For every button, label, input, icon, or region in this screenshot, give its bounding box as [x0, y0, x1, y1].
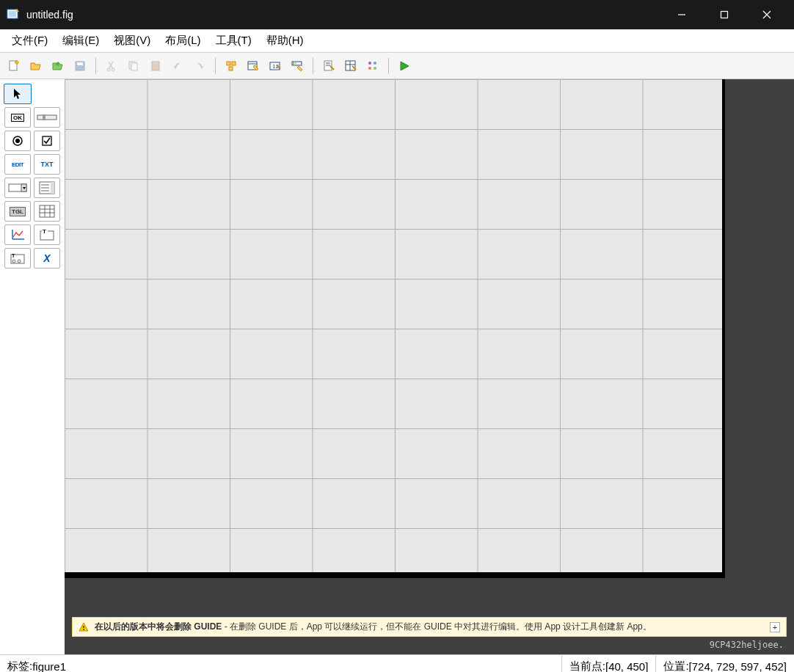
window-title: untitled.fig	[26, 9, 660, 21]
svg-rect-17	[232, 62, 236, 65]
menu-view[interactable]: 视图(V)	[106, 31, 158, 51]
menu-layout[interactable]: 布局(L)	[158, 31, 208, 51]
pushbutton-tool[interactable]: OK	[4, 107, 31, 128]
svg-point-39	[15, 139, 20, 143]
toolbar-editor-button[interactable]	[288, 56, 307, 76]
menu-tools[interactable]: 工具(T)	[208, 31, 259, 51]
cut-button	[102, 56, 121, 76]
layout-grid[interactable]	[65, 79, 725, 578]
watermark: 9CP432heljoee.	[710, 640, 784, 650]
buttongroup-tool[interactable]: T	[4, 248, 31, 269]
status-position: 位置: [724, 729, 597, 452]	[656, 655, 794, 672]
checkbox-tool[interactable]	[34, 131, 60, 151]
radiobutton-tool[interactable]	[4, 131, 31, 151]
minimize-button[interactable]	[660, 0, 703, 29]
panel-tool[interactable]: T	[34, 224, 60, 245]
maximize-button[interactable]	[703, 0, 746, 29]
popupmenu-tool[interactable]	[4, 178, 31, 198]
close-button[interactable]	[746, 0, 788, 29]
toolbar-separator	[215, 58, 216, 74]
component-palette: OK EDIT TXT TGL T T X	[0, 79, 65, 654]
svg-rect-47	[51, 182, 54, 194]
svg-text:T: T	[12, 253, 15, 258]
axes-tool[interactable]	[4, 224, 31, 245]
canvas-area[interactable]: 在以后的版本中将会删除 GUIDE - 在删除 GUIDE 后，App 可以继续…	[65, 79, 794, 654]
run-button[interactable]	[395, 56, 414, 76]
paste-button	[146, 56, 165, 76]
redo-button	[190, 56, 209, 76]
table-tool[interactable]	[34, 201, 60, 222]
toolbar-separator	[313, 58, 313, 74]
svg-point-63	[83, 629, 84, 630]
svg-point-33	[374, 62, 376, 65]
svg-rect-9	[77, 62, 83, 65]
menubar: 文件(F) 编辑(E) 视图(V) 布局(L) 工具(T) 帮助(H)	[0, 29, 794, 53]
svg-point-34	[368, 67, 371, 70]
svg-rect-3	[721, 12, 728, 18]
object-browser-button[interactable]	[363, 56, 382, 76]
svg-rect-13	[131, 63, 137, 70]
align-button[interactable]	[222, 56, 241, 76]
workspace: OK EDIT TXT TGL T T X	[0, 79, 794, 654]
menu-help[interactable]: 帮助(H)	[259, 31, 311, 51]
deprecation-warning: 在以后的版本中将会删除 GUIDE - 在删除 GUIDE 后，App 可以继续…	[72, 617, 787, 637]
select-tool[interactable]	[4, 84, 32, 104]
toolbar: 12	[0, 53, 794, 79]
undo-button	[168, 56, 187, 76]
new-button[interactable]	[4, 56, 23, 76]
toolbar-separator	[95, 58, 96, 74]
svg-point-32	[368, 62, 371, 65]
warning-text: 在以后的版本中将会删除 GUIDE - 在删除 GUIDE 后，App 可以继续…	[95, 621, 652, 633]
svg-rect-40	[43, 136, 51, 145]
svg-rect-15	[153, 61, 158, 63]
svg-rect-18	[229, 67, 233, 70]
copy-button	[124, 56, 143, 76]
menu-edit[interactable]: 编辑(E)	[55, 31, 106, 51]
svg-text:T: T	[43, 228, 46, 235]
svg-rect-36	[37, 115, 57, 120]
svg-rect-1	[9, 11, 16, 17]
tab-editor-button[interactable]: 12	[266, 56, 285, 76]
titlebar: untitled.fig	[0, 0, 794, 29]
svg-point-7	[15, 61, 18, 64]
activex-tool[interactable]: X	[34, 248, 60, 269]
statusbar: 标签: figure1 当前点: [40, 450] 位置: [724, 729…	[0, 654, 794, 672]
svg-point-60	[12, 260, 15, 263]
statictext-tool[interactable]: TXT	[34, 154, 60, 175]
svg-point-35	[374, 67, 376, 70]
svg-rect-37	[43, 114, 45, 120]
app-icon	[6, 7, 21, 22]
expand-warning-button[interactable]: +	[770, 622, 780, 632]
svg-rect-24	[293, 62, 294, 65]
status-tag: 标签: figure1	[0, 655, 562, 672]
toolbar-separator	[388, 58, 389, 74]
svg-rect-48	[40, 205, 54, 217]
property-inspector-button[interactable]	[341, 56, 360, 76]
save-button[interactable]	[48, 56, 68, 76]
savefig-button	[70, 56, 90, 76]
slider-tool[interactable]	[34, 107, 60, 128]
edittext-tool[interactable]: EDIT	[4, 154, 31, 175]
togglebutton-tool[interactable]: TGL	[4, 201, 31, 222]
menu-file[interactable]: 文件(F)	[4, 31, 55, 51]
mfile-editor-button[interactable]	[319, 56, 338, 76]
warning-icon	[79, 622, 89, 632]
menu-editor-button[interactable]	[244, 56, 263, 76]
svg-rect-16	[227, 62, 230, 65]
window-controls	[660, 0, 788, 29]
svg-point-61	[18, 260, 21, 263]
status-current-point: 当前点: [40, 450]	[562, 655, 657, 672]
open-button[interactable]	[26, 56, 45, 76]
listbox-tool[interactable]	[34, 178, 60, 198]
svg-rect-25	[295, 62, 296, 65]
